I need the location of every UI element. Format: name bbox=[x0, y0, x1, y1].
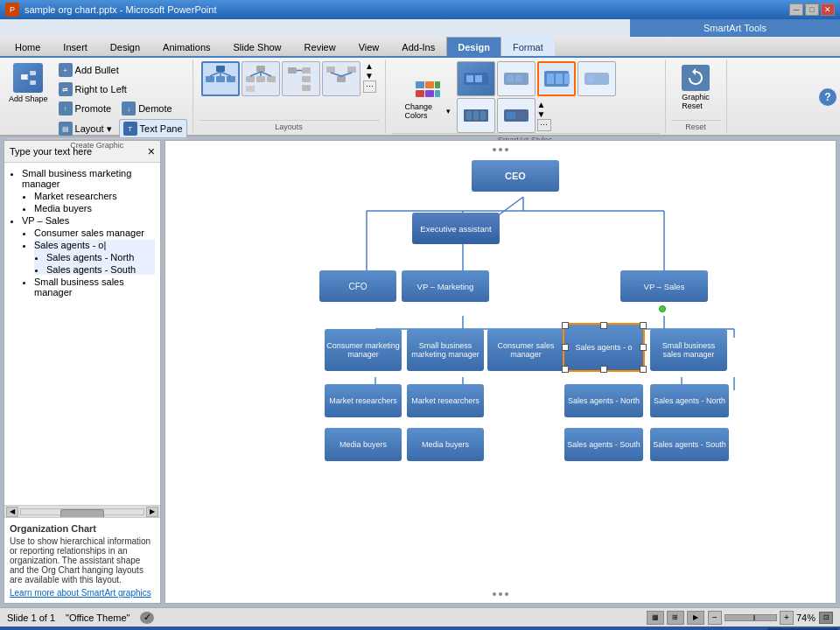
list-item[interactable]: VP – Sales Consumer sales manager Sales … bbox=[22, 215, 155, 298]
org-box-sales-agents-o[interactable]: Sales agents - o bbox=[564, 325, 643, 370]
tab-animations[interactable]: Animations bbox=[151, 37, 221, 56]
text-pane-button[interactable]: T Text Pane bbox=[119, 119, 187, 138]
list-item[interactable]: Market researchers bbox=[34, 191, 155, 201]
org-box-media-buyers-2[interactable]: Media buyers bbox=[407, 428, 484, 461]
org-box-vp-marketing[interactable]: VP – Marketing bbox=[402, 270, 489, 302]
org-box-exec-asst[interactable]: Executive assistant bbox=[412, 213, 500, 244]
svg-rect-25 bbox=[337, 76, 346, 82]
tab-design[interactable]: Design bbox=[99, 37, 151, 56]
reset-graphic-button[interactable]: Graphic Reset bbox=[678, 61, 713, 114]
scroll-right-btn[interactable]: ▶ bbox=[146, 507, 158, 517]
tab-home[interactable]: Home bbox=[4, 37, 52, 56]
org-box-cfo[interactable]: CFO bbox=[319, 270, 396, 302]
layout-icon: ▤ bbox=[59, 122, 73, 136]
tab-insert[interactable]: Insert bbox=[52, 37, 99, 56]
handle-dot bbox=[505, 592, 508, 596]
svg-rect-40 bbox=[507, 75, 514, 82]
org-box-sales-north-2[interactable]: Sales agents - North bbox=[650, 384, 729, 417]
svg-rect-41 bbox=[515, 75, 522, 82]
add-shape-button[interactable]: Add Shape bbox=[7, 61, 50, 105]
svg-rect-8 bbox=[227, 76, 235, 82]
demote-button[interactable]: ↓ Demote bbox=[118, 100, 176, 117]
view-slidesorter-btn[interactable]: ⊞ bbox=[667, 611, 684, 625]
layout-thumb-3[interactable] bbox=[282, 61, 320, 96]
minimize-button[interactable]: ─ bbox=[789, 4, 803, 16]
style-thumb-6[interactable] bbox=[497, 98, 536, 133]
view-slideshow-btn[interactable]: ▶ bbox=[687, 611, 704, 625]
org-box-small-biz-mktg[interactable]: Small business marketing manager bbox=[407, 329, 484, 371]
title-bar: P sample org chart.pptx - Microsoft Powe… bbox=[0, 0, 840, 19]
org-box-vp-sales[interactable]: VP – Sales bbox=[620, 270, 708, 302]
ribbon: Add Shape + Add Bullet ⇄ Right to Left ↑… bbox=[0, 58, 840, 136]
scroll-thumb[interactable] bbox=[60, 509, 104, 518]
demote-icon: ↓ bbox=[122, 102, 136, 116]
window-controls[interactable]: ─ □ ✕ bbox=[789, 4, 835, 16]
fit-slide-btn[interactable]: ⊡ bbox=[819, 612, 833, 624]
tab-format[interactable]: Format bbox=[501, 37, 555, 56]
org-box-sales-north-1[interactable]: Sales agents - North bbox=[564, 384, 643, 417]
svg-rect-47 bbox=[587, 75, 594, 82]
text-list-scrollbar[interactable]: ◀ ▶ bbox=[4, 505, 160, 517]
layout-button[interactable]: ▤ Layout ▾ bbox=[55, 119, 116, 138]
info-panel: Organization Chart Use to show hierarchi… bbox=[4, 517, 160, 603]
org-box-sales-south-2[interactable]: Sales agents - South bbox=[650, 428, 729, 461]
svg-rect-38 bbox=[475, 75, 482, 82]
org-box-sales-south-1[interactable]: Sales agents - South bbox=[564, 428, 643, 461]
svg-line-9 bbox=[210, 72, 220, 76]
scroll-left-btn[interactable]: ◀ bbox=[6, 507, 18, 517]
tab-view[interactable]: View bbox=[347, 37, 391, 56]
right-to-left-button[interactable]: ⇄ Right to Left bbox=[55, 80, 187, 98]
layout-thumb-4[interactable] bbox=[322, 61, 360, 96]
list-item[interactable]: Sales agents - o| Sales agents - North S… bbox=[34, 240, 155, 275]
tab-addins[interactable]: Add-Ins bbox=[390, 37, 446, 56]
change-colors-button[interactable]: Change Colors ▾ bbox=[402, 71, 454, 123]
maximize-button[interactable]: □ bbox=[805, 4, 819, 16]
layout-thumb-1[interactable] bbox=[201, 61, 240, 96]
help-button[interactable]: ? bbox=[819, 88, 836, 106]
org-box-consumer-mktg[interactable]: Consumer marketing manager bbox=[325, 329, 402, 371]
svg-rect-2 bbox=[30, 80, 36, 85]
create-graphic-label: Create Graphic bbox=[7, 138, 187, 150]
list-item[interactable]: Sales agents - North bbox=[46, 252, 155, 262]
zoom-in-btn[interactable]: + bbox=[780, 611, 794, 625]
styles-scroll[interactable]: ▲ ▼ ⋯ bbox=[537, 98, 551, 133]
list-item[interactable]: Small business sales manager bbox=[34, 276, 155, 298]
handle-dot bbox=[493, 148, 496, 151]
org-box-small-biz-sales[interactable]: Small business sales manager bbox=[650, 329, 727, 371]
tab-design-contextual[interactable]: Design bbox=[446, 37, 501, 56]
view-normal-btn[interactable]: ▦ bbox=[647, 611, 664, 625]
list-item[interactable]: Small business marketing manager Market … bbox=[22, 168, 155, 214]
zoom-slider[interactable] bbox=[724, 614, 777, 621]
promote-button[interactable]: ↑ Promote bbox=[55, 100, 116, 117]
list-item[interactable]: Media buyers bbox=[34, 203, 155, 214]
zoom-out-btn[interactable]: − bbox=[708, 611, 722, 625]
title-text: sample org chart.pptx - Microsoft PowerP… bbox=[24, 4, 216, 15]
info-panel-link[interactable]: Learn more about SmartArt graphics bbox=[10, 588, 155, 598]
style-thumb-4[interactable] bbox=[578, 61, 616, 96]
svg-rect-20 bbox=[288, 67, 297, 74]
style-thumb-1[interactable] bbox=[457, 61, 495, 96]
org-box-media-buyers-1[interactable]: Media buyers bbox=[325, 428, 402, 461]
add-bullet-button[interactable]: + Add Bullet bbox=[55, 61, 187, 79]
style-thumb-5[interactable] bbox=[457, 98, 495, 133]
layouts-content: ▲ ▼ ⋯ bbox=[201, 61, 376, 96]
org-box-mkt-res-2[interactable]: Market researchers bbox=[407, 384, 484, 417]
handle-dot bbox=[499, 148, 502, 151]
list-item[interactable]: Sales agents - South bbox=[46, 264, 155, 275]
layout-thumb-2[interactable] bbox=[242, 61, 280, 96]
layouts-scroll-down[interactable]: ▲ ▼ ⋯ bbox=[362, 61, 376, 93]
org-box-consumer-sales[interactable]: Consumer sales manager bbox=[487, 329, 564, 371]
tab-slideshow[interactable]: Slide Show bbox=[222, 37, 293, 56]
reset-label: Reset bbox=[671, 120, 721, 131]
svg-rect-32 bbox=[435, 81, 440, 88]
select-handle-bl bbox=[562, 366, 569, 373]
close-button[interactable]: ✕ bbox=[821, 4, 835, 16]
style-thumb-3[interactable] bbox=[537, 61, 576, 96]
list-item[interactable]: Consumer sales manager bbox=[34, 228, 155, 238]
org-box-ceo[interactable]: CEO bbox=[472, 160, 559, 192]
org-box-mkt-res-1[interactable]: Market researchers bbox=[325, 384, 402, 417]
layouts-more[interactable]: ⋯ bbox=[363, 80, 376, 93]
style-thumb-2[interactable] bbox=[497, 61, 536, 96]
svg-rect-15 bbox=[267, 76, 276, 82]
tab-review[interactable]: Review bbox=[293, 37, 347, 56]
